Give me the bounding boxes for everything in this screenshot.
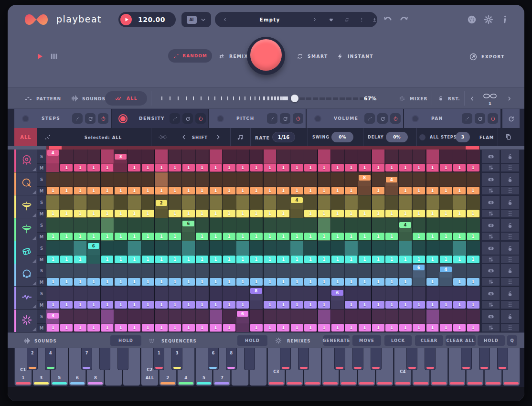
bottom-button-hold[interactable]: HOLD [478,335,505,346]
black-key[interactable] [280,348,291,370]
row-s-label[interactable]: S [37,264,46,278]
step-badge[interactable]: 6 [182,221,194,226]
m-cell[interactable]: 1 [426,164,439,171]
black-key[interactable] [352,348,363,370]
m-cell[interactable]: 1 [223,324,235,331]
complexity-slider-thumb[interactable] [291,95,298,102]
m-cell[interactable]: 1 [74,164,86,171]
row-clear-button[interactable] [481,218,500,232]
row-mixer-button[interactable] [481,186,500,195]
m-cell[interactable]: 1 [196,233,208,240]
play-button[interactable] [120,14,132,25]
m-cell[interactable]: 1 [236,187,249,194]
instrument-expand-corner[interactable] [32,304,36,308]
row-lock-button[interactable] [500,195,520,209]
m-cell[interactable]: 1 [60,210,73,217]
instrument-expand-corner[interactable] [32,190,36,194]
m-cell[interactable]: 1 [413,210,425,217]
row-drag-handle[interactable] [500,232,520,241]
m-cell[interactable]: 1 [210,164,222,171]
black-key[interactable] [406,348,417,370]
m-cell[interactable]: 1 [74,324,86,331]
m-cell[interactable]: 1 [345,164,357,171]
m-cell[interactable]: 1 [196,256,208,263]
m-cell[interactable]: 1 [467,324,479,331]
m-cell[interactable]: 1 [223,256,235,263]
m-cell[interactable]: 1 [101,187,114,194]
m-cell[interactable]: 1 [453,324,466,331]
row-clear-button[interactable] [481,310,500,323]
preset-prev-button[interactable] [223,16,227,23]
instrument-tambourine[interactable] [14,264,37,286]
m-cell[interactable]: 1 [128,210,140,217]
m-cell[interactable]: 1 [101,278,114,286]
m-cell[interactable]: 1 [182,324,195,331]
instrument-expand-corner[interactable] [32,213,36,217]
row-lock-button[interactable] [500,150,520,163]
m-cell[interactable]: 1 [250,187,263,194]
m-cell[interactable]: 1 [385,164,398,171]
bottom-button-clear-all[interactable]: CLEAR ALL [446,335,476,346]
m-cell[interactable]: 1 [155,324,168,331]
m-cell[interactable]: 1 [264,187,276,194]
m-cell[interactable]: 1 [264,324,276,331]
m-cell[interactable]: 1 [169,233,181,240]
notes-icon[interactable] [236,133,245,141]
m-cell[interactable]: 1 [128,187,140,194]
tabs-sync-button[interactable] [502,109,520,128]
row-m-label[interactable]: M [37,164,46,172]
m-cell[interactable]: 1 [210,210,222,217]
m-cell[interactable]: 1 [155,301,168,309]
m-cell[interactable]: 1 [47,210,59,217]
m-cell[interactable]: 1 [115,256,127,263]
m-cell[interactable]: 1 [223,164,235,171]
m-cell[interactable]: 1 [264,210,276,217]
m-cell[interactable]: 1 [345,278,357,286]
row-lock-button[interactable] [500,241,520,255]
flam-button[interactable]: FLAM [479,135,494,140]
m-cell[interactable]: 1 [169,164,181,171]
m-cell[interactable]: 1 [74,210,86,217]
smart-mode-button[interactable]: SMART [296,53,328,60]
step-badge[interactable]: 4 [440,267,451,272]
instrument-synth[interactable] [14,287,37,309]
m-cell[interactable]: 1 [250,324,263,331]
m-cell[interactable]: 1 [142,256,154,263]
bottom-button-lock[interactable]: LOCK [384,335,412,346]
m-cell[interactable]: 1 [169,278,181,286]
m-cell[interactable]: 1 [385,233,398,240]
sounds-hold-button[interactable]: HOLD [110,335,141,346]
m-cell[interactable]: 1 [250,256,263,263]
m-cell[interactable]: 1 [101,164,114,171]
row-lock-button[interactable] [500,287,520,300]
swing-value[interactable]: 0% [331,132,353,142]
m-cell[interactable]: 1 [453,233,466,240]
m-cell[interactable]: 1 [142,324,154,331]
m-cell[interactable]: 1 [318,164,330,171]
m-cell[interactable]: 1 [345,324,357,331]
m-cell[interactable]: 1 [142,210,154,217]
instant-mode-button[interactable]: INSTANT [336,53,373,60]
tab-density[interactable]: DENSITY [112,109,208,128]
m-cell[interactable]: 1 [277,301,289,309]
row-lock-button[interactable] [500,172,520,186]
m-cell[interactable]: 1 [385,301,398,309]
bottom-button-generate[interactable]: GENERATE [323,335,350,346]
m-cell[interactable]: 1 [169,187,181,194]
tab-pan[interactable]: PAN [404,109,500,128]
favorite-button[interactable] [329,16,334,23]
row-clear-button[interactable] [481,287,500,300]
m-cell[interactable]: 1 [277,164,289,171]
black-key[interactable]: 3 [171,348,182,370]
preset-menu-button[interactable] [359,16,364,23]
row-lock-button[interactable] [500,218,520,232]
m-cell[interactable]: 1 [291,164,303,171]
row-mixer-button[interactable] [481,163,500,172]
row-mixer-button[interactable] [481,255,500,264]
m-cell[interactable]: 1 [453,301,466,309]
row-mixer-button[interactable] [481,300,500,309]
tab-refresh-icon[interactable] [85,113,96,124]
m-cell[interactable]: 1 [169,256,181,263]
row-s-label[interactable]: S [37,195,46,209]
m-cell[interactable]: 1 [264,233,276,240]
